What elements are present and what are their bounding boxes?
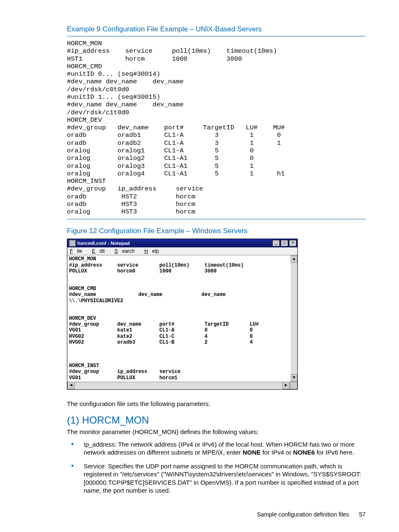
notepad-titlebar: horcm0.conf - Notepad _ □ × (67, 239, 297, 247)
page-footer: Sample configuration definition files 57 (67, 511, 366, 518)
example-title: Example 9 Configuration File Example – U… (67, 25, 366, 33)
notepad-menubar: File Edit Search Help (67, 247, 297, 255)
bullet-list: Ip_address: The network address (IPv4 or… (67, 440, 366, 494)
scroll-track[interactable] (75, 382, 282, 389)
section-heading-horcm-mon: (1) HORCM_MON (67, 414, 366, 426)
bullet-service: Service: Specifies the UDP port name ass… (67, 462, 366, 494)
notepad-icon (69, 240, 76, 247)
resize-grip-icon[interactable] (290, 382, 297, 389)
menu-search[interactable]: Search (115, 248, 139, 254)
rule-top (67, 36, 366, 36)
intro-paragraph: The configuration file sets the followin… (67, 400, 366, 408)
maximize-button[interactable]: □ (281, 240, 288, 247)
figure-title: Figure 12 Configuration File Example – W… (67, 227, 366, 235)
scroll-up-icon[interactable]: ▲ (291, 255, 297, 263)
section-intro: The monitor parameter (HORCM_MON) define… (67, 428, 366, 436)
footer-text: Sample configuration definition files (257, 511, 349, 518)
menu-help[interactable]: Help (144, 248, 163, 254)
scroll-down-icon[interactable]: ▼ (291, 374, 297, 382)
horizontal-scrollbar[interactable]: ◄ ► (67, 382, 297, 389)
menu-edit[interactable]: Edit (92, 248, 109, 254)
notepad-text-area[interactable]: HORCM_MON #ip_address service poll(10ms)… (67, 255, 291, 381)
unix-config-code: HORCM_MON #ip_address service poll(10ms)… (67, 40, 366, 216)
page-number: 57 (359, 511, 366, 518)
rule-bottom (67, 219, 366, 219)
scroll-left-icon[interactable]: ◄ (67, 382, 75, 389)
notepad-title-text: horcm0.conf - Notepad (77, 241, 272, 246)
bullet-ip-address: Ip_address: The network address (IPv4 or… (67, 440, 366, 456)
vertical-scrollbar[interactable]: ▲ ▼ (291, 255, 297, 381)
close-button[interactable]: × (289, 240, 297, 247)
notepad-window: horcm0.conf - Notepad _ □ × File Edit Se… (67, 239, 298, 389)
minimize-button[interactable]: _ (272, 240, 280, 247)
menu-file[interactable]: File (70, 248, 86, 254)
scroll-right-icon[interactable]: ► (282, 382, 290, 389)
